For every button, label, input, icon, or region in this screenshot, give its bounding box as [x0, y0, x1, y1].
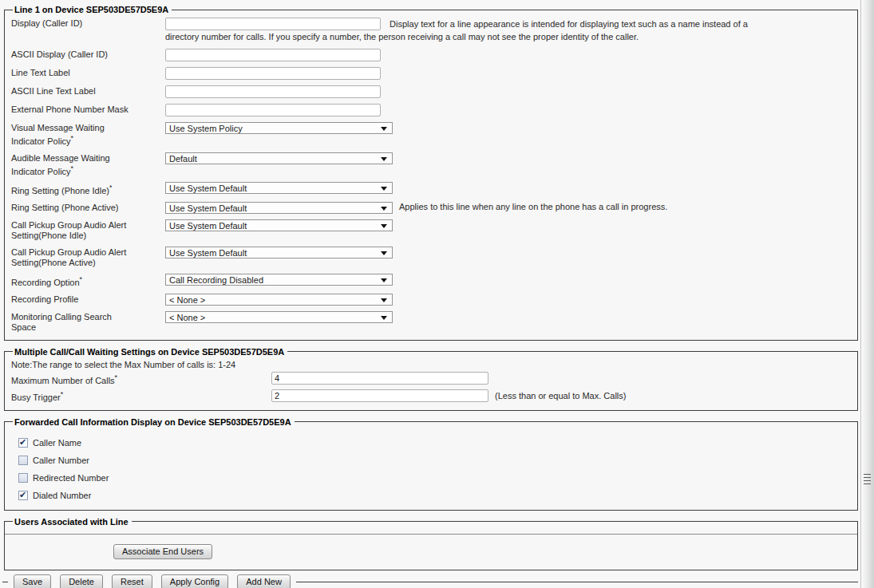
dropdown-arrow-icon [381, 127, 387, 131]
dropdown-arrow-icon [381, 251, 387, 255]
monitoring-css-select[interactable]: < None > [165, 311, 393, 323]
ascii-display-input[interactable] [165, 49, 381, 61]
form-row: Ring Setting (Phone Idle)* Use System De… [11, 182, 851, 196]
help-text: Display text for a line appearance is in… [390, 19, 748, 29]
checkbox-caller-name[interactable] [18, 438, 28, 448]
field-label: Busy Trigger* [11, 389, 271, 403]
field-label: Maximum Number of Calls* [11, 372, 271, 386]
fieldset-line1-legend: Line 1 on Device SEP503DE57D5E9A [13, 5, 172, 14]
recording-profile-select[interactable]: < None > [165, 294, 393, 306]
field-label: Display (Caller ID) [11, 18, 165, 43]
dropdown-arrow-icon [381, 187, 387, 191]
required-asterisk: * [71, 164, 74, 172]
splitter-grip-icon [864, 474, 871, 486]
field-label: Call Pickup Group Audio Alert Setting(Ph… [11, 247, 165, 268]
required-asterisk: * [61, 390, 64, 398]
note-text: Note:The range to select the Max Number … [11, 360, 851, 369]
field-label: Line Text Label [11, 67, 165, 80]
reset-button[interactable]: Reset [112, 574, 152, 588]
checkbox-row: Caller Name [18, 438, 851, 448]
fieldset-forwarded-call: Forwarded Call Information Display on De… [4, 417, 858, 511]
fieldset-forwarded-call-legend: Forwarded Call Information Display on De… [13, 417, 295, 427]
field-label: Recording Option* [11, 274, 165, 288]
fieldset-multiple-call: Multiple Call/Call Waiting Settings on D… [4, 347, 858, 411]
dropdown-arrow-icon [381, 224, 387, 228]
dropdown-arrow-icon [381, 316, 387, 320]
delete-button[interactable]: Delete [60, 574, 103, 588]
field-label: Visual Message Waiting Indicator Policy* [11, 122, 165, 147]
fieldset-users: Users Associated with Line Associate End… [4, 517, 858, 570]
form-row: Busy Trigger* (Less than or equal to Max… [11, 389, 851, 403]
external-phone-number-mask-input[interactable] [165, 104, 381, 116]
form-row: Line Text Label [11, 67, 851, 80]
field-label: Recording Profile [11, 294, 165, 306]
ascii-line-text-label-input[interactable] [165, 85, 381, 98]
dropdown-arrow-icon [381, 207, 387, 211]
dropdown-arrow-icon [381, 298, 387, 302]
field-label: Call Pickup Group Audio Alert Setting(Ph… [11, 219, 165, 241]
field-label: External Phone Number Mask [11, 104, 165, 116]
form-row: Monitoring Calling Search Space < None > [11, 311, 851, 333]
form-row: Call Pickup Group Audio Alert Setting(Ph… [11, 219, 851, 241]
add-new-button[interactable]: Add New [237, 574, 291, 588]
fieldset-users-legend: Users Associated with Line [13, 517, 132, 527]
max-calls-input[interactable] [271, 372, 488, 385]
fieldset-multiple-call-legend: Multiple Call/Call Waiting Settings on D… [13, 347, 287, 357]
help-text: directory number for calls. If you speci… [165, 32, 639, 41]
required-asterisk: * [71, 134, 74, 142]
audible-mwi-policy-select[interactable]: Default [165, 152, 393, 164]
save-button[interactable]: Save [14, 574, 51, 588]
form-row: Maximum Number of Calls* [11, 372, 851, 386]
form-row: Visual Message Waiting Indicator Policy*… [11, 122, 851, 147]
field-label: Ring Setting (Phone Idle)* [11, 182, 165, 196]
field-label: Monitoring Calling Search Space [11, 311, 165, 333]
visual-mwi-policy-select[interactable]: Use System Policy [165, 122, 393, 134]
form-row: External Phone Number Mask [11, 104, 851, 116]
pane-splitter[interactable] [860, 0, 874, 588]
associate-end-users-button[interactable]: Associate End Users [113, 544, 212, 559]
checkbox-label: Caller Name [33, 438, 81, 448]
form-row: ASCII Line Text Label [11, 85, 851, 98]
checkbox-caller-number[interactable] [18, 456, 28, 465]
divider [5, 534, 857, 535]
form-row: Recording Profile < None > [11, 294, 851, 306]
help-text: (Less than or equal to Max. Calls) [495, 391, 626, 401]
help-text: Applies to this line when any line on th… [399, 202, 667, 211]
ring-setting-active-select[interactable]: Use System Default [165, 202, 393, 214]
field-label: Audible Message Waiting Indicator Policy… [11, 152, 165, 177]
checkbox-row: Caller Number [18, 456, 851, 466]
line-text-label-input[interactable] [165, 67, 381, 80]
form-row: Display (Caller ID) Display text for a l… [11, 18, 851, 43]
required-asterisk: * [109, 184, 113, 191]
checkbox-label: Caller Number [33, 456, 89, 465]
dropdown-arrow-icon [381, 278, 387, 282]
pickup-alert-idle-select[interactable]: Use System Default [165, 219, 393, 231]
checkbox-redirected-number[interactable] [18, 473, 28, 483]
checkbox-row: Dialed Number [18, 491, 851, 501]
required-asterisk: * [80, 275, 83, 283]
field-label: ASCII Line Text Label [11, 85, 165, 98]
display-caller-id-input[interactable] [165, 18, 381, 30]
checkbox-label: Redirected Number [33, 473, 109, 483]
checkbox-dialed-number[interactable] [18, 491, 28, 500]
content-pane: Line 1 on Device SEP503DE57D5E9A Display… [0, 0, 860, 588]
ring-setting-idle-select[interactable]: Use System Default [165, 182, 393, 194]
apply-config-button[interactable]: Apply Config [161, 574, 228, 588]
busy-trigger-input[interactable] [271, 389, 488, 402]
form-row: ASCII Display (Caller ID) [11, 49, 851, 61]
field-label: ASCII Display (Caller ID) [11, 49, 165, 61]
form-row: Audible Message Waiting Indicator Policy… [11, 152, 851, 177]
form-row: Call Pickup Group Audio Alert Setting(Ph… [11, 247, 851, 268]
recording-option-select[interactable]: Call Recording Disabled [165, 274, 393, 286]
form-row: Recording Option* Call Recording Disable… [11, 274, 851, 288]
required-asterisk: * [115, 373, 118, 381]
checkbox-row: Redirected Number [18, 473, 851, 483]
checkbox-label: Dialed Number [33, 491, 91, 500]
form-row: Ring Setting (Phone Active) Use System D… [11, 202, 851, 214]
fieldset-line1: Line 1 on Device SEP503DE57D5E9A Display… [4, 5, 858, 341]
dropdown-arrow-icon [381, 157, 387, 161]
actions-bar: Save Delete Reset Apply Config Add New [2, 574, 858, 588]
pickup-alert-active-select[interactable]: Use System Default [165, 247, 393, 258]
field-label: Ring Setting (Phone Active) [11, 202, 165, 214]
